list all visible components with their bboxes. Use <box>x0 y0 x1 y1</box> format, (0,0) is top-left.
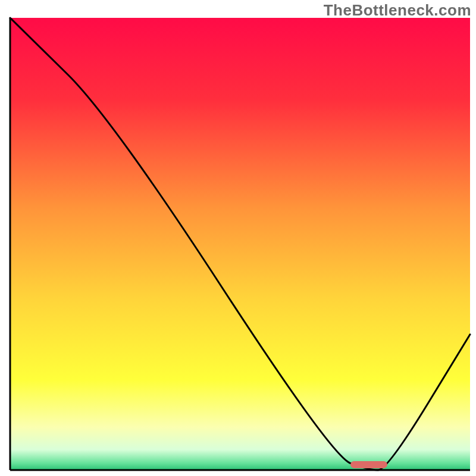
chart-canvas <box>0 0 476 476</box>
watermark-text: TheBottleneck.com <box>324 1 471 20</box>
optimal-range-marker <box>350 461 387 468</box>
bottleneck-chart: TheBottleneck.com <box>0 0 476 476</box>
